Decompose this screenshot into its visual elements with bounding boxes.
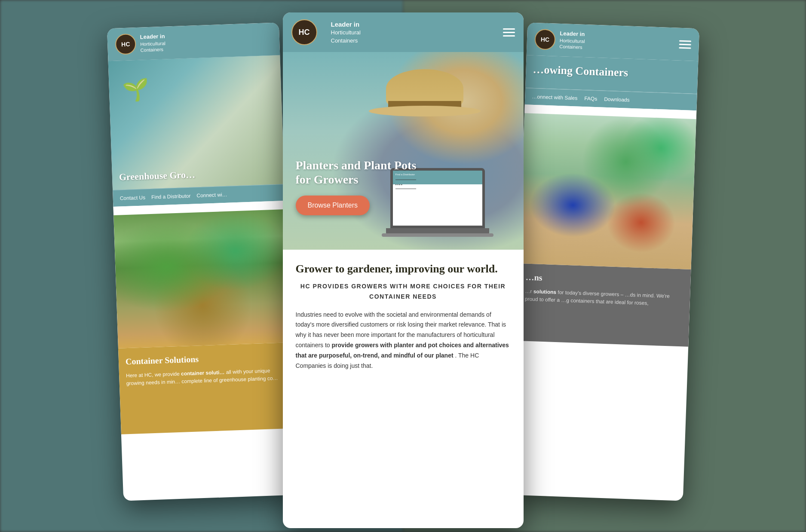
right-hero-title: …owing Containers xyxy=(532,63,691,82)
left-logo-text: Leader in Horticultural Containers xyxy=(140,33,165,54)
center-hero: 🌿 🌵 Find a Distributor xyxy=(283,52,524,250)
right-phone-header: HC Leader in Horticultural Containers xyxy=(526,22,699,61)
right-phone-card: HC Leader in Horticultural Containers …o… xyxy=(511,22,699,501)
right-logo-text: Leader in Horticultural Containers xyxy=(559,30,585,51)
plant-icon: 🌱 xyxy=(121,77,149,103)
nav-connect-sales[interactable]: …onnect with Sales xyxy=(532,94,577,101)
left-solutions-text: Here at HC, we provide container soluti…… xyxy=(126,366,284,387)
left-solutions-title: Container Solutions xyxy=(125,351,284,367)
right-garden-image xyxy=(519,113,696,269)
left-garden-image xyxy=(113,209,290,349)
nav-find-distributor[interactable]: Find a Distributor xyxy=(151,193,190,200)
center-body-heading: Grower to gardener, improving our world. xyxy=(296,263,511,275)
center-phone-body: Grower to gardener, improving our world.… xyxy=(283,250,524,379)
right-solutions-box: …ns …r solutions for today's diverse gro… xyxy=(516,263,691,347)
center-logo-text: Leader in Horticultural Containers xyxy=(331,20,361,45)
center-phone-card: HC Leader in Horticultural Containers 🌿 xyxy=(283,12,524,528)
center-hamburger-icon[interactable] xyxy=(503,28,515,37)
center-logo-wrapper: HC Leader in Horticultural Containers xyxy=(291,19,361,45)
left-phone-header: HC Leader in Horticultural Containers xyxy=(107,22,279,61)
left-phone-card: HC Leader in Horticultural Containers 🌱 … xyxy=(107,22,295,501)
nav-faqs[interactable]: FAQs xyxy=(584,95,597,102)
nav-contact-us[interactable]: Contact Us xyxy=(120,194,145,201)
right-logo-wrapper: HC Leader in Horticultural Containers xyxy=(534,29,585,51)
browse-planters-button[interactable]: Browse Planters xyxy=(296,196,370,215)
right-logo-circle: HC xyxy=(534,29,556,50)
nav-connect[interactable]: Connect wi… xyxy=(196,192,227,199)
left-logo-wrapper: HC Leader in Horticultural Containers xyxy=(115,33,165,55)
left-container-solutions: Container Solutions Here at HC, we provi… xyxy=(118,342,293,434)
hat-shape xyxy=(377,61,472,116)
center-body-subtitle: HC PROVIDES GROWERS WITH MORE CHOICES FO… xyxy=(296,281,511,302)
center-hero-title: Planters and Plant Pots for Growers xyxy=(296,158,429,187)
right-hamburger-icon[interactable] xyxy=(679,40,691,49)
right-solutions-title: …ns xyxy=(525,272,684,288)
laptop-foot xyxy=(382,233,493,237)
center-body-paragraph: Industries need to evolve with the socie… xyxy=(296,310,511,371)
main-stage: HC Leader in Horticultural Containers 🌱 … xyxy=(0,0,806,532)
left-logo-circle: HC xyxy=(115,34,136,55)
nav-downloads[interactable]: Downloads xyxy=(604,96,630,103)
left-phone-hero: 🌱 Greenhouse Gro… xyxy=(108,55,284,190)
right-hero-text-area: …owing Containers xyxy=(525,55,698,94)
center-phone-header: HC Leader in Horticultural Containers xyxy=(283,12,524,52)
phones-container: HC Leader in Horticultural Containers 🌱 … xyxy=(124,12,683,520)
center-logo-circle: HC xyxy=(291,19,317,45)
hat-brim xyxy=(369,106,481,116)
right-solutions-text: …r solutions for today's diverse growers… xyxy=(524,287,683,309)
left-hero-title: Greenhouse Gro… xyxy=(119,166,277,183)
center-hero-text: Planters and Plant Pots for Growers Brow… xyxy=(296,158,429,215)
left-hero-bg: 🌱 Greenhouse Gro… xyxy=(108,55,284,190)
